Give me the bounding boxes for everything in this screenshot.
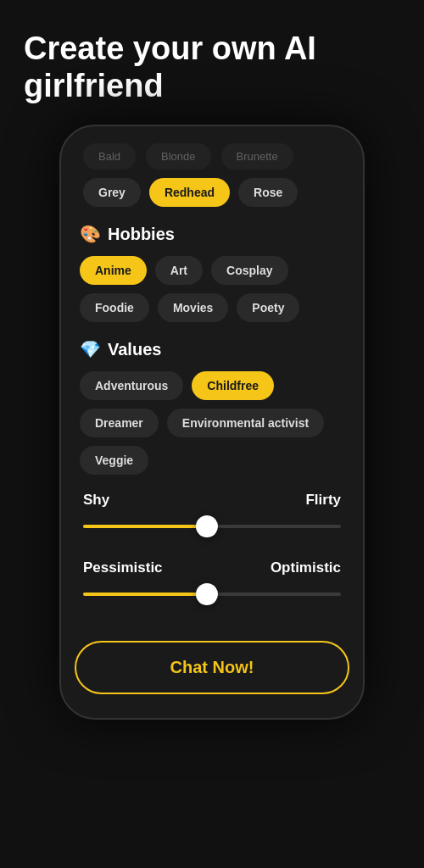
value-environmental-tag[interactable]: Environmental activist [167,409,324,437]
slider1-right-label: Flirty [305,492,341,509]
values-title: Values [108,340,161,359]
hobby-movies-tag[interactable]: Movies [158,293,228,322]
slider-pessimistic-optimistic: Pessimistic Optimistic [80,559,344,604]
hair-redhead-tag[interactable]: Redhead [149,178,230,207]
slider-shy-flirty: Shy Flirty [80,492,344,536]
values-icon: 💎 [80,339,101,359]
values-tags: Adventurous Childfree Dreamer Environmen… [80,371,344,475]
phone-content: Bald Blonde Brunette Grey Redhead Rose 🎨… [61,126,363,604]
main-title: Create your own AI girlfriend [24,31,400,104]
hobby-poety-tag[interactable]: Poety [237,293,299,322]
slider2-fill [83,593,207,596]
slider2-right-label: Optimistic [271,559,341,576]
slider2-thumb[interactable] [196,583,218,605]
hair-grey-tag[interactable]: Grey [83,178,141,207]
hair-bottom-row: Grey Redhead Rose [80,178,344,207]
phone-frame: Bald Blonde Brunette Grey Redhead Rose 🎨… [59,125,365,720]
hair-top-row: Bald Blonde Brunette [80,143,344,170]
slider1-labels: Shy Flirty [83,492,341,509]
slider2-labels: Pessimistic Optimistic [83,559,341,576]
hobbies-tags: Anime Art Cosplay Foodie Movies Poety [80,256,344,322]
hair-brunette-tag: Brunette [221,143,293,170]
hobby-foodie-tag[interactable]: Foodie [80,293,149,322]
slider2-left-label: Pessimistic [83,559,163,576]
hobby-anime-tag[interactable]: Anime [80,256,147,285]
value-dreamer-tag[interactable]: Dreamer [80,409,159,437]
hobbies-section: 🎨 Hobbies Anime Art Cosplay Foodie Movie… [80,224,344,322]
chat-btn-wrap: Chat Now! [61,627,363,698]
slider1-fill [83,525,207,528]
slider2-track-wrap[interactable] [83,585,341,604]
hair-rose-tag[interactable]: Rose [238,178,298,207]
chat-now-button[interactable]: Chat Now! [75,641,349,694]
hobbies-header: 🎨 Hobbies [80,224,344,244]
value-veggie-tag[interactable]: Veggie [80,446,148,475]
values-section: 💎 Values Adventurous Childfree Dreamer E… [80,339,344,475]
hobby-cosplay-tag[interactable]: Cosplay [211,256,287,285]
slider1-track-wrap[interactable] [83,517,341,536]
value-childfree-tag[interactable]: Childfree [192,371,274,400]
slider1-thumb[interactable] [196,515,218,537]
values-header: 💎 Values [80,339,344,359]
slider1-left-label: Shy [83,492,109,509]
value-adventurous-tag[interactable]: Adventurous [80,371,183,400]
header-section: Create your own AI girlfriend [0,0,424,125]
hobby-art-tag[interactable]: Art [155,256,203,285]
hobbies-title: Hobbies [108,225,175,244]
hair-bald-tag: Bald [83,143,136,170]
hobbies-icon: 🎨 [80,224,101,244]
hair-blonde-tag: Blonde [146,143,210,170]
